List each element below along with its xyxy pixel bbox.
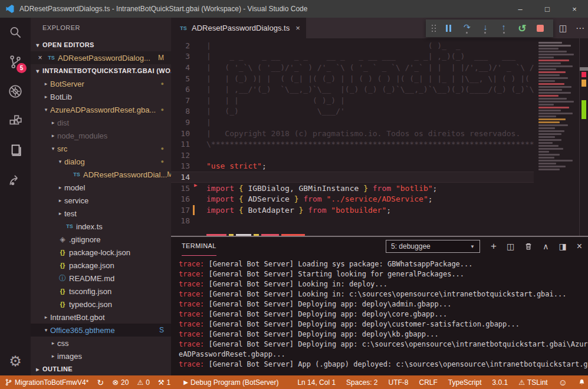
ts-version-status[interactable]: 3.0.1 (492, 378, 508, 387)
tree-item-dialog[interactable]: ▾dialog● (31, 155, 171, 168)
tree-item-test[interactable]: ▸test (31, 207, 171, 220)
cursor-position-status[interactable]: Ln 14, Col 1 (297, 378, 336, 387)
tab-terminal[interactable]: TERMINAL (182, 237, 216, 256)
tree-item--gitignore[interactable]: ◈.gitignore (31, 233, 171, 246)
tree-item-src[interactable]: ▾src● (31, 142, 171, 155)
trash-icon[interactable] (524, 242, 533, 250)
code-line-10[interactable]: 10| Copyright 2018 (c) pragmatismo.io. T… (171, 128, 534, 139)
tree-item-css[interactable]: ▸css (31, 337, 171, 350)
tree-item-dist[interactable]: ▸dist (31, 116, 171, 129)
breakpoint-arrow-icon[interactable]: ▶ (194, 182, 197, 188)
vscode-logo (5, 4, 15, 14)
scrollbar-thumb[interactable] (580, 67, 588, 71)
tree-item-readme-md[interactable]: ⓘREADME.md (31, 272, 171, 285)
step-out-button[interactable]: ↑ (495, 19, 513, 37)
split-editor-icon[interactable]: ◫ (559, 23, 567, 34)
tab-close-icon[interactable]: × (295, 24, 300, 32)
eol-status[interactable]: CRLF (419, 378, 437, 387)
stop-button[interactable] (531, 19, 550, 37)
code-line-6[interactable]: 6| | ,__/'(_) `\__,_)`\__ |(_) (_) (_)`\… (171, 84, 534, 95)
search-icon[interactable] (0, 18, 31, 47)
open-editor-item[interactable]: × TS ADResetPasswordDialog... M (31, 51, 171, 64)
code-line-5[interactable]: 5| | (_) )| | ( (_| |( (_) | | ( ) ( ) |… (171, 73, 534, 84)
code-line-2[interactable]: 2| ( )_ _ (171, 40, 534, 51)
code-line-18[interactable]: 18 (171, 216, 534, 227)
outline-header[interactable]: ▸ OUTLINE (31, 362, 171, 375)
tree-item-model[interactable]: ▸model (31, 181, 171, 194)
split-terminal-icon[interactable]: ◫ (507, 242, 514, 251)
workspace-header[interactable]: ▾ INTRANETBOTQUICKSTART.GBAI (WO... (31, 64, 171, 77)
tree-item-office365-gbtheme[interactable]: ▾Office365.gbthemeS (31, 324, 171, 337)
share-icon[interactable] (0, 165, 31, 194)
code-line-14[interactable]: 14 (171, 172, 534, 183)
terminal-output[interactable]: trace: [General Bot Server] Loading sys … (171, 256, 588, 375)
tree-item-botlib[interactable]: ▸BotLib (31, 90, 171, 103)
source-control-icon[interactable]: 5 (0, 47, 31, 77)
sync-status[interactable]: ↻ (97, 378, 104, 387)
code-area[interactable]: 2| ( )_ _3| _ _ _ __ _ _ __ _ _ __ ___ _… (171, 38, 534, 236)
terminal-select[interactable]: 5: debuggee ▼ (386, 240, 480, 253)
code-line-8[interactable]: 8| (_) \___/' (171, 106, 534, 117)
maximize-button[interactable]: □ (534, 0, 561, 18)
maximize-panel-icon[interactable]: ∧ (543, 242, 548, 251)
step-over-button[interactable]: ↷ (458, 19, 476, 37)
drag-handle-icon[interactable] (432, 25, 437, 32)
tree-item-tsconfig-json[interactable]: {}tsconfig.json (31, 285, 171, 298)
tree-item-typedoc-json[interactable]: {}typedoc.json (31, 298, 171, 311)
tree-item-azureadpasswordreset-gba-[interactable]: ▾AzureADPasswordReset.gba...● (31, 103, 171, 116)
extensions-icon[interactable] (0, 106, 31, 136)
open-editors-header[interactable]: ▾ OPEN EDITORS (31, 38, 171, 51)
tree-item-package-lock-json[interactable]: {}package-lock.json (31, 246, 171, 259)
notifications-bell-icon[interactable] (578, 378, 586, 386)
indentation-status[interactable]: Spaces: 2 (346, 378, 377, 387)
language-status[interactable]: TypeScript (448, 378, 482, 387)
close-icon[interactable]: × (35, 54, 45, 62)
code-line-11[interactable]: 11\*************************************… (171, 139, 534, 150)
code-line-13[interactable]: 13"use strict"; (171, 161, 534, 172)
overview-ruler[interactable] (579, 38, 588, 236)
tree-item-botserver[interactable]: ▸BotServer● (31, 77, 171, 90)
code-line-16[interactable]: 16import { ADService } from "../service/… (171, 193, 534, 205)
tree-item-intranetbot-gbot[interactable]: ▸IntranetBot.gbot (31, 311, 171, 324)
debug-program-status[interactable]: ▶ Debug Program (BotServer) (183, 378, 278, 387)
feedback-smiley-icon[interactable]: ☺ (559, 377, 567, 387)
tree-item-node-modules[interactable]: ▸node_modules (31, 129, 171, 142)
close-panel-icon[interactable]: × (577, 241, 582, 252)
code-editor[interactable]: 2| ( )_ _3| _ _ _ __ _ _ __ _ _ __ ___ _… (171, 38, 588, 236)
code-line-12[interactable]: 12 (171, 150, 534, 161)
warnings-status[interactable]: ⚠ 0 (137, 378, 149, 387)
fixes-status[interactable]: ⚒ 1 (158, 378, 170, 387)
terminal-line: trace: [General Bot Server] Deploying ap… (179, 300, 588, 310)
code-line-15[interactable]: 15import { IGBDialog, GBMinInstance } fr… (171, 183, 534, 194)
minimize-button[interactable]: – (507, 0, 534, 18)
line-number: 9 (171, 118, 190, 127)
tree-item-service[interactable]: ▸service (31, 194, 171, 207)
tree-item-package-json[interactable]: {}package.json (31, 259, 171, 272)
minimap[interactable] (534, 38, 579, 236)
restart-button[interactable]: ↺ (513, 19, 531, 37)
tslint-status[interactable]: ⚠ TSLint (518, 378, 547, 387)
code-line-17[interactable]: 17import { BotAdapter } from "botbuilder… (171, 205, 534, 216)
tree-item-adresetpassworddial-[interactable]: TSADResetPasswordDial...M (31, 168, 171, 181)
panel-position-icon[interactable]: ◨ (559, 242, 566, 251)
pause-button[interactable] (439, 19, 458, 37)
chevron-down-icon: ▼ (470, 244, 475, 249)
tab-adresetpassworddialogs[interactable]: TS ADResetPasswordDialogs.ts × (171, 18, 306, 38)
tree-item-index-ts[interactable]: TSindex.ts (31, 220, 171, 233)
code-line-4[interactable]: 4| ( '_`\ ( '__)/'_` ) /'_ `\ ( '_ ` _ `… (171, 62, 534, 73)
encoding-status[interactable]: UTF-8 (388, 378, 408, 387)
files-icon[interactable] (0, 136, 31, 165)
debug-icon[interactable] (0, 77, 31, 106)
code-line-3[interactable]: 3| _ _ _ __ _ _ __ _ _ __ ___ _ _| ,_)(_… (171, 51, 534, 62)
code-line-7[interactable]: 7| | | ( )_) | (171, 95, 534, 106)
errors-status[interactable]: ⊗ 20 (112, 378, 129, 387)
close-button[interactable]: × (561, 0, 588, 18)
new-terminal-icon[interactable]: + (491, 240, 497, 252)
code-line-9[interactable]: 9| (171, 117, 534, 128)
step-into-button[interactable]: ↓ (476, 19, 494, 37)
tree-item-images[interactable]: ▸images (31, 350, 171, 362)
code-text: | | | ( )_) | (190, 96, 345, 105)
git-branch-status[interactable]: MigrationToBotFmwV4* (5, 378, 88, 387)
gear-icon[interactable]: ⚙ (9, 353, 22, 370)
more-actions-icon[interactable]: ⋯ (576, 23, 584, 34)
